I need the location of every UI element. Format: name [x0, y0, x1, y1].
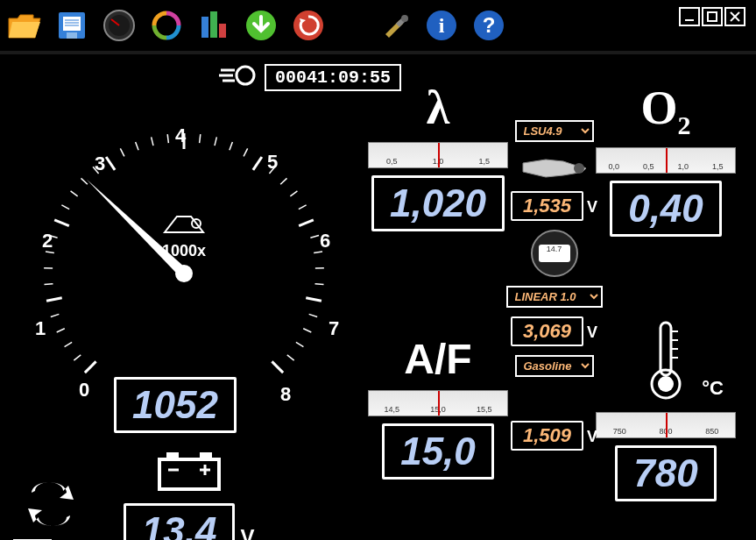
svg-rect-85 [200, 452, 212, 459]
sensor-voltage-2: 3,069 [511, 316, 583, 346]
lambda-symbol: λ [427, 81, 450, 135]
sensor-voltage-3: 1,509 [511, 421, 583, 451]
svg-line-44 [200, 134, 201, 143]
af-panel: A/F 14,515,015,5 15,0 [368, 335, 508, 480]
tachometer-icon[interactable] [102, 8, 137, 43]
download-icon[interactable] [244, 8, 279, 43]
toolbar: i ? [0, 0, 756, 51]
save-icon[interactable] [54, 8, 89, 43]
svg-line-42 [167, 134, 168, 143]
bars-icon[interactable] [196, 8, 231, 43]
svg-rect-10 [219, 24, 226, 38]
rpm-value: 1052 [114, 377, 237, 433]
o2-ruler: 0,00,51,01,5 [596, 147, 736, 174]
svg-line-33 [54, 220, 69, 226]
af-ruler: 14,515,015,5 [368, 390, 508, 416]
svg-line-31 [46, 252, 54, 253]
svg-line-57 [315, 284, 324, 285]
svg-text:3: 3 [95, 153, 105, 174]
o2-symbol: O2 [640, 81, 690, 140]
sensor-type-select[interactable]: LSU4.9 [515, 120, 594, 142]
svg-line-45 [215, 137, 216, 146]
battery-icon [154, 449, 224, 493]
svg-line-51 [290, 191, 297, 196]
af-symbol: A/F [404, 335, 471, 383]
svg-line-59 [309, 314, 318, 316]
svg-line-47 [244, 148, 248, 156]
svg-line-60 [303, 329, 311, 332]
temp-unit: °C [702, 377, 724, 400]
svg-line-61 [296, 342, 304, 346]
svg-point-77 [658, 376, 674, 392]
connection-icon [25, 482, 77, 526]
svg-line-55 [314, 252, 322, 253]
svg-text:1: 1 [35, 317, 46, 339]
svg-line-36 [81, 178, 88, 184]
svg-line-27 [51, 314, 60, 316]
svg-line-48 [253, 157, 262, 170]
meter-icon: 14.7 [531, 230, 578, 277]
battery-voltage: 13,4 [124, 503, 236, 540]
svg-point-13 [401, 15, 408, 22]
thermometer-icon [639, 317, 692, 405]
svg-rect-19 [708, 12, 717, 21]
battery-area: 00 [hex] 13,4 V [13, 449, 255, 540]
svg-text:5: 5 [267, 151, 278, 173]
svg-line-23 [85, 361, 96, 373]
svg-line-63 [272, 361, 283, 373]
svg-text:?: ? [483, 13, 496, 37]
close-button[interactable] [724, 7, 745, 26]
info-icon[interactable]: i [424, 8, 459, 43]
svg-line-62 [287, 355, 294, 360]
svg-text:6: 6 [320, 230, 330, 252]
svg-line-35 [71, 191, 78, 196]
sensor-column: LSU4.9 1,535 V 14.7 LINEAR 1.0 3,069 V G… [508, 120, 600, 451]
temp-panel: °C 750800850 780 [596, 317, 736, 501]
svg-line-53 [299, 220, 314, 226]
svg-line-46 [230, 142, 232, 150]
svg-line-41 [152, 137, 153, 146]
svg-text:8: 8 [280, 383, 291, 405]
open-file-icon[interactable] [7, 8, 42, 43]
lambda-panel: λ 0,51,01,5 1,020 [368, 81, 508, 231]
svg-line-58 [306, 298, 321, 302]
svg-line-39 [120, 148, 124, 156]
svg-line-40 [136, 142, 138, 150]
o2-sensor-icon [519, 151, 590, 182]
output-mode-select[interactable]: LINEAR 1.0 [506, 286, 603, 308]
reload-icon[interactable] [291, 8, 326, 43]
o2-value: 0,40 [610, 181, 722, 237]
lambda-value: 1,020 [371, 175, 505, 231]
svg-line-34 [61, 205, 69, 210]
o2-panel: O2 0,00,51,01,5 0,40 [596, 81, 736, 237]
sync-icon[interactable] [149, 8, 184, 43]
svg-rect-84 [166, 452, 179, 459]
svg-rect-1 [63, 17, 81, 31]
tools-icon[interactable] [377, 8, 412, 43]
sensor-voltage-1: 1,535 [511, 191, 583, 221]
svg-text:0: 0 [79, 379, 89, 401]
gauge-needle [81, 173, 197, 286]
svg-rect-8 [201, 17, 208, 38]
svg-line-26 [57, 329, 65, 332]
svg-line-54 [310, 236, 319, 238]
minimize-button[interactable] [679, 7, 700, 26]
temp-ruler: 750800850 [596, 412, 736, 438]
temp-value: 780 [615, 445, 716, 501]
lambda-ruler: 0,51,01,5 [368, 142, 508, 168]
help-icon[interactable]: ? [471, 8, 506, 43]
svg-line-25 [65, 342, 73, 346]
svg-line-38 [106, 157, 115, 170]
window-controls [679, 7, 745, 26]
fuel-type-select[interactable]: Gasoline [515, 355, 594, 377]
svg-rect-75 [661, 323, 671, 375]
svg-line-52 [299, 205, 307, 210]
svg-text:2: 2 [42, 230, 53, 252]
battery-unit: V [240, 525, 254, 540]
af-value: 15,0 [382, 423, 494, 480]
svg-point-82 [574, 163, 584, 174]
svg-line-29 [44, 284, 53, 285]
maximize-button[interactable] [702, 7, 723, 26]
svg-rect-5 [67, 32, 77, 39]
svg-text:4: 4 [175, 124, 187, 146]
